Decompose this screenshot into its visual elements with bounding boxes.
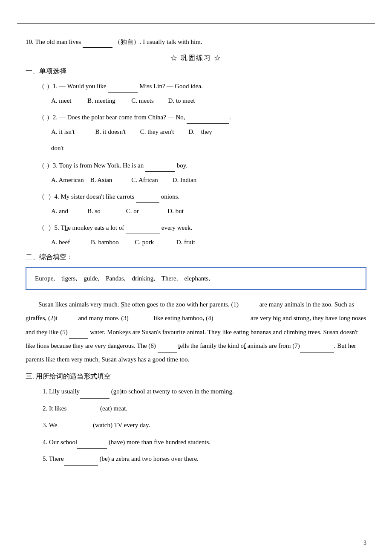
fill-item-1: 1. Lily usually (go)to school at twenty … (43, 384, 366, 399)
q1-optB: B. meeting (87, 97, 115, 104)
fill-3-num: 3. We (43, 422, 57, 428)
q1-optD: D. to meet (168, 97, 195, 104)
q5-optC: C. pork (135, 239, 154, 246)
section-three-title: 三. 用所给词的适当形式填空 (26, 372, 366, 381)
consolidation-title: ☆ 巩固练习 ☆ (26, 54, 366, 63)
q5-optA: A. beef (51, 239, 70, 246)
q4-optB: B. so (87, 208, 101, 214)
q4-optD: D. but (167, 208, 184, 214)
fill-3-blank (57, 418, 91, 432)
q1-question: （ ）1. — Would you like Miss Lin? — Good … (38, 83, 203, 90)
q2-optB: B. it doesn't (95, 128, 126, 135)
main-content: 10. The old man lives （独自）. I usually ta… (0, 24, 392, 482)
q2-optC: C. they aren't (140, 128, 174, 135)
blank-6 (158, 339, 177, 353)
q10-suffix: （独自）. I usually talk with him. (114, 38, 202, 45)
fill-2-suffix: (eat) meat. (98, 405, 127, 412)
q3-optA: A. American (51, 176, 84, 183)
q10-blank (83, 36, 112, 48)
q5-optB: B. bamboo (91, 239, 119, 246)
q2-optD: D. they (188, 128, 212, 135)
fill-1-blank (80, 384, 110, 399)
fill-item-5: 5. There (be) a zebra and two horses ove… (43, 452, 366, 466)
paragraph-text: Susan likes animals very much. She often… (26, 298, 366, 367)
q3-optC: C. African (131, 176, 158, 183)
fill-2-blank (66, 402, 98, 416)
fill-5-num: 5. There (43, 455, 64, 462)
mc-item-2: （ ）2. — Does the polar bear come from Ch… (38, 110, 366, 124)
section-one-title: 一、单项选择 (26, 67, 366, 76)
mc-options-3: A. American B. Asian C. African D. India… (51, 173, 366, 186)
fill-1-suffix: (go)to school at twenty to seven in the … (110, 388, 234, 395)
q4-question: （ ）4. My sister doesn't like carrots oni… (38, 193, 179, 200)
q4-blank (136, 190, 159, 203)
q5-question: （ ）5. The monkey eats a lot of every wee… (38, 224, 192, 231)
blank-3 (129, 311, 152, 325)
q2-optA: A. it isn't (51, 128, 75, 135)
page-number: 3 (363, 540, 366, 546)
q1-optC: C. meets (131, 97, 154, 104)
fill-4-num: 4. Our school (43, 439, 77, 445)
q2-question: （ ）2. — Does the polar bear come from Ch… (38, 114, 231, 121)
q10-text: 10. The old man lives (26, 38, 81, 45)
fill-4-suffix: (have) more than five hundred students. (107, 439, 210, 445)
mc-options-1: A. meet B. meeting C. meets D. to meet (51, 94, 366, 107)
section-two-title: 二、综合填空： (26, 253, 366, 262)
mc-item-5: （ ）5. The monkey eats a lot of every wee… (38, 221, 366, 234)
q4-optA: A. and (51, 208, 68, 214)
q1-blank (108, 79, 138, 92)
fill-item-4: 4. Our school (have) more than five hund… (43, 435, 366, 449)
fill-3-suffix: (watch) TV every day. (91, 422, 150, 428)
blank-4 (215, 311, 249, 325)
mc-item-1: （ ）1. — Would you like Miss Lin? — Good … (38, 79, 366, 92)
mc-options-5: A. beef B. bamboo C. pork D. fruit (51, 236, 366, 249)
q2-blank (187, 110, 229, 124)
blank-7 (300, 339, 334, 353)
q2-overflow: don't (51, 142, 366, 155)
fill-5-blank (64, 452, 98, 466)
fill-5-suffix: (be) a zebra and two horses over there. (98, 455, 199, 462)
word-bank-content: Europe, tigers, guide, Pandas, drinking,… (35, 275, 210, 282)
q3-blank (145, 159, 175, 172)
q1-optA: A. meet (51, 97, 71, 104)
fill-item-3: 3. We (watch) TV every day. (43, 418, 366, 432)
mc-item-3: （ ）3. Tony is from New York. He is an bo… (38, 159, 366, 172)
blank-2 (58, 311, 77, 325)
mc-item-4: （ ）4. My sister doesn't like carrots oni… (38, 190, 366, 203)
fill-2-num: 2. It likes (43, 405, 66, 412)
fill-item-2: 2. It likes (eat) meat. (43, 402, 366, 416)
word-bank: Europe, tigers, guide, Pandas, drinking,… (26, 267, 366, 290)
mc-options-2: A. it isn't B. it doesn't C. they aren't… (51, 125, 366, 138)
fill-1-num: 1. Lily usually (43, 388, 80, 395)
fill-4-blank (77, 435, 107, 449)
q5-blank (126, 221, 160, 234)
blank-1 (239, 298, 258, 312)
question-10: 10. The old man lives （独自）. I usually ta… (26, 36, 366, 48)
mc-options-4: A. and B. so C. or D. but (51, 205, 366, 217)
blank-5 (69, 325, 88, 339)
q3-optB: B. Asian (90, 176, 112, 183)
q3-optD: D. Indian (173, 176, 197, 183)
q5-optD: D. fruit (176, 239, 195, 246)
q3-question: （ ）3. Tony is from New York. He is an bo… (38, 162, 187, 169)
q4-optC: C. or (126, 208, 139, 214)
